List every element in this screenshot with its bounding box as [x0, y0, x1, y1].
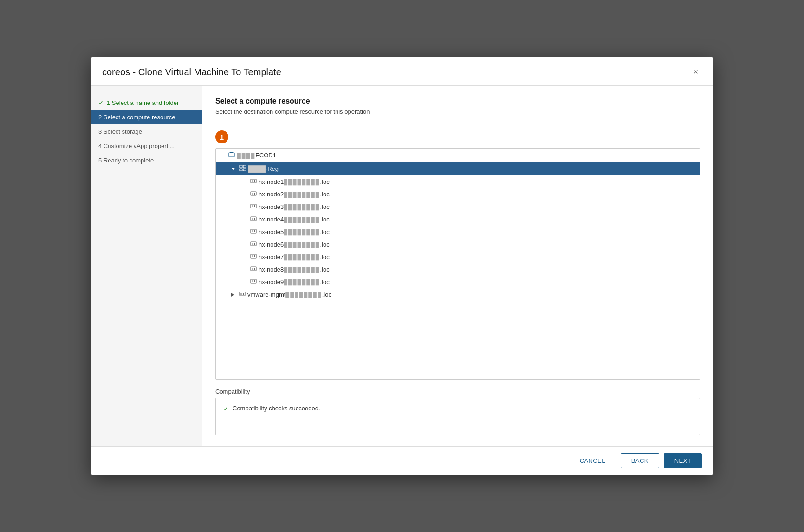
tree-label-hxnode7: hx-node7████████.loc — [259, 253, 330, 260]
expand-arrow-reg: ▼ — [231, 166, 237, 172]
tree-label-hxnode8: hx-node8████████.loc — [259, 266, 330, 273]
tree-item-hxnode9[interactable]: hx-node9████████.loc — [216, 276, 700, 288]
svg-rect-3 — [243, 165, 246, 168]
tree-label-hxnode1: hx-node1████████.loc — [259, 178, 330, 185]
svg-rect-30 — [251, 254, 256, 258]
svg-rect-25 — [254, 230, 255, 232]
tree-label-ecod1: ████ECOD1 — [237, 152, 276, 159]
compatibility-label: Compatibility — [215, 388, 700, 395]
svg-rect-9 — [254, 180, 255, 182]
tree-label-vmware-mgmt: vmware-mgmt████████.loc — [247, 291, 331, 298]
svg-rect-29 — [254, 243, 255, 245]
compatibility-box: ✓ Compatibility checks succeeded. — [215, 398, 700, 435]
host-icon-7 — [250, 253, 257, 261]
host-icon-vmware — [239, 291, 246, 298]
host-icon-9 — [250, 278, 257, 286]
tree-container[interactable]: ████ECOD1 ▼ ████-Reg — [215, 148, 700, 380]
compatibility-section: Compatibility ✓ Compatibility checks suc… — [215, 388, 700, 435]
clone-vm-dialog: coreos - Clone Virtual Machine To Templa… — [91, 57, 713, 475]
svg-rect-21 — [254, 218, 255, 220]
tree-item-hxnode3[interactable]: hx-node3████████.loc — [216, 201, 700, 213]
sidebar-item-step1[interactable]: ✓ 1 Select a name and folder — [91, 95, 202, 110]
section-subtitle: Select the destination compute resource … — [215, 108, 700, 115]
svg-rect-37 — [254, 268, 255, 270]
sidebar-item-step3-label: 3 Select storage — [98, 128, 142, 135]
sidebar-item-step4[interactable]: 4 Customize vApp properti... — [91, 139, 202, 153]
main-content: Select a compute resource Select the des… — [202, 86, 713, 446]
cluster-icon — [239, 164, 246, 173]
svg-rect-26 — [251, 242, 256, 246]
svg-rect-45 — [243, 293, 244, 295]
tree-label-hxnode5: hx-node5████████.loc — [259, 228, 330, 235]
datacenter-icon — [228, 151, 235, 160]
section-divider — [215, 123, 700, 123]
cancel-button[interactable]: CANCEL — [569, 453, 616, 468]
dialog-body: ✓ 1 Select a name and folder 2 Select a … — [91, 86, 713, 446]
svg-rect-5 — [243, 169, 246, 171]
tree-label-hxnode2: hx-node2████████.loc — [259, 191, 330, 198]
svg-rect-22 — [251, 229, 256, 233]
svg-rect-38 — [251, 279, 256, 283]
sidebar: ✓ 1 Select a name and folder 2 Select a … — [91, 86, 202, 446]
expand-arrow-vmware-mgmt: ▶ — [231, 292, 237, 298]
host-icon-4 — [250, 215, 257, 223]
tree-item-hxnode2[interactable]: hx-node2████████.loc — [216, 188, 700, 201]
host-icon-6 — [250, 240, 257, 248]
svg-rect-34 — [251, 267, 256, 271]
sidebar-item-step1-label: 1 Select a name and folder — [107, 99, 179, 106]
svg-rect-17 — [254, 205, 255, 207]
tree-label-hxnode4: hx-node4████████.loc — [259, 216, 330, 223]
section-title: Select a compute resource — [215, 97, 700, 105]
svg-rect-6 — [251, 179, 256, 183]
tree-label-hxnode3: hx-node3████████.loc — [259, 203, 330, 210]
tree-item-vmware-mgmt[interactable]: ▶ vmware-mgmt████████.loc — [216, 288, 700, 301]
host-icon-3 — [250, 203, 257, 211]
svg-rect-4 — [240, 169, 242, 171]
svg-rect-14 — [251, 204, 256, 208]
tree-item-hxnode1[interactable]: hx-node1████████.loc — [216, 175, 700, 188]
sidebar-item-step4-label: 4 Customize vApp properti... — [98, 143, 175, 149]
svg-rect-18 — [251, 217, 256, 221]
tree-label-hxnode9: hx-node9████████.loc — [259, 279, 330, 285]
svg-rect-42 — [240, 292, 245, 296]
tree-item-reg[interactable]: ▼ ████-Reg — [216, 162, 700, 175]
compatibility-text: Compatibility checks succeeded. — [233, 405, 320, 412]
sidebar-item-step3[interactable]: 3 Select storage — [91, 124, 202, 139]
svg-rect-10 — [251, 192, 256, 195]
svg-rect-41 — [254, 280, 255, 282]
sidebar-item-step5[interactable]: 5 Ready to complete — [91, 153, 202, 168]
host-icon-1 — [250, 178, 257, 186]
sidebar-item-step2[interactable]: 2 Select a compute resource — [91, 110, 202, 124]
tree-item-hxnode5[interactable]: hx-node5████████.loc — [216, 226, 700, 238]
host-icon-5 — [250, 228, 257, 236]
back-button[interactable]: BACK — [621, 453, 659, 468]
check-icon: ✓ — [98, 99, 104, 106]
compat-check-icon: ✓ — [223, 405, 229, 412]
tree-item-hxnode7[interactable]: hx-node7████████.loc — [216, 251, 700, 263]
sidebar-item-step2-label: 2 Select a compute resource — [98, 114, 175, 121]
dialog-footer: CANCEL BACK NEXT — [91, 446, 713, 475]
host-icon-2 — [250, 190, 257, 198]
tree-item-ecod1[interactable]: ████ECOD1 — [216, 149, 700, 162]
svg-rect-13 — [254, 193, 255, 195]
tree-item-hxnode4[interactable]: hx-node4████████.loc — [216, 213, 700, 226]
dialog-title: coreos - Clone Virtual Machine To Templa… — [102, 67, 281, 78]
dialog-header: coreos - Clone Virtual Machine To Templa… — [91, 57, 713, 86]
close-button[interactable]: × — [689, 65, 702, 79]
badge-row: 1 — [215, 130, 700, 143]
host-icon-8 — [250, 266, 257, 273]
tree-item-hxnode8[interactable]: hx-node8████████.loc — [216, 263, 700, 276]
svg-rect-2 — [240, 165, 242, 168]
sidebar-item-step5-label: 5 Ready to complete — [98, 157, 154, 164]
tree-label-reg: ████-Reg — [248, 165, 279, 172]
next-button[interactable]: NEXT — [664, 453, 702, 468]
svg-rect-1 — [230, 152, 233, 153]
step-badge: 1 — [215, 130, 228, 143]
svg-rect-33 — [254, 255, 255, 257]
tree-label-hxnode6: hx-node6████████.loc — [259, 241, 330, 248]
tree-item-hxnode6[interactable]: hx-node6████████.loc — [216, 238, 700, 251]
svg-rect-0 — [229, 153, 234, 157]
